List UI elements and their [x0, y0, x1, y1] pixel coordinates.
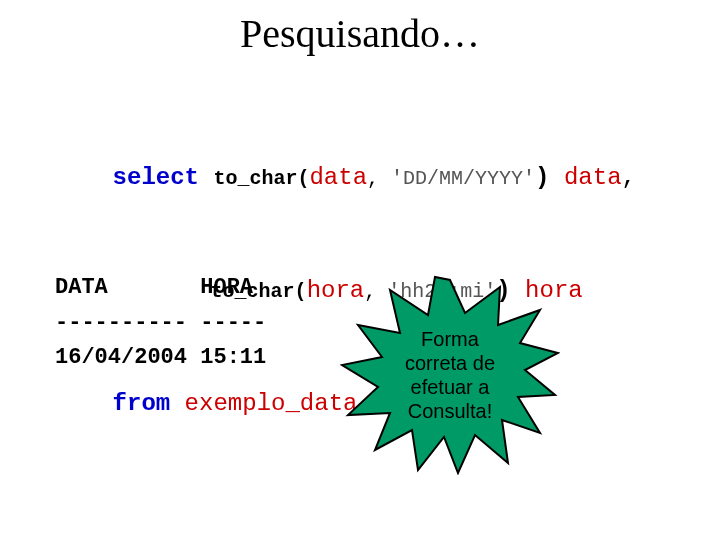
slide-title: Pesquisando… — [0, 10, 720, 57]
keyword-select: select — [113, 164, 199, 191]
keyword-from: from — [113, 390, 171, 417]
slide: Pesquisando… select to_char(data, 'DD/MM… — [0, 0, 720, 540]
callout-text: Forma correta de efetuar a Consulta! — [405, 327, 495, 423]
space — [199, 164, 213, 191]
close-paren: ) — [535, 164, 549, 191]
sql-line-1: select to_char(data, 'DD/MM/YYYY') data, — [55, 146, 665, 209]
callout-line-4: Consulta! — [408, 400, 493, 422]
function-to-char-1: to_char( — [213, 167, 309, 190]
callout-line-1: Forma — [421, 328, 479, 350]
callout-burst: Forma correta de efetuar a Consulta! — [340, 275, 560, 475]
comma: , — [367, 167, 379, 190]
query-result: DATA HORA ---------- ----- 16/04/2004 15… — [55, 270, 266, 376]
callout-line-3: efetuar a — [411, 376, 490, 398]
alias-data: data — [550, 164, 622, 191]
ident-data-arg: data — [309, 164, 367, 191]
result-headers: DATA HORA — [55, 275, 253, 300]
comma: , — [622, 164, 636, 191]
literal-date-format: 'DD/MM/YYYY' — [379, 167, 535, 190]
result-row: 16/04/2004 15:11 — [55, 345, 266, 370]
result-divider: ---------- ----- — [55, 310, 266, 335]
callout-line-2: correta de — [405, 352, 495, 374]
